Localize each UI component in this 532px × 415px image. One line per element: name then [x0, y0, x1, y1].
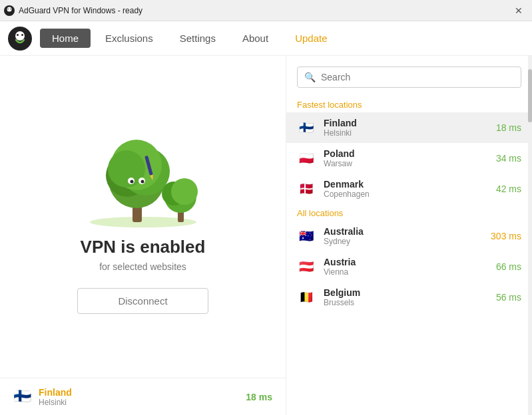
- title-bar-text: AdGuard VPN for Windows - ready: [19, 6, 142, 15]
- right-panel: 🔍 Fastest locations 🇫🇮 Finland Helsinki …: [286, 56, 532, 415]
- mascot-illustration: [70, 117, 216, 237]
- location-city: Vienna: [324, 267, 496, 277]
- svg-point-6: [17, 34, 19, 36]
- app-icon: [4, 5, 15, 16]
- svg-point-2: [7, 8, 9, 9]
- location-city: Sydney: [324, 237, 491, 246]
- search-input[interactable]: [321, 72, 514, 82]
- location-ping: 66 ms: [496, 261, 521, 272]
- location-list: Fastest locations 🇫🇮 Finland Helsinki 18…: [286, 96, 532, 415]
- svg-point-5: [15, 31, 25, 41]
- location-ping: 303 ms: [491, 231, 521, 241]
- navigation: Home Exclusions Settings About Update: [0, 21, 532, 56]
- location-ping: 42 ms: [496, 184, 521, 194]
- location-name: Denmark: [324, 179, 496, 190]
- list-item[interactable]: 🇵🇱 Poland Warsaw 34 ms: [286, 143, 532, 174]
- svg-point-17: [130, 180, 133, 184]
- scrollbar-thumb[interactable]: [528, 69, 532, 122]
- title-bar-left: AdGuard VPN for Windows - ready: [4, 5, 142, 16]
- location-name: Finland: [324, 118, 496, 128]
- search-icon: 🔍: [304, 72, 316, 82]
- list-item[interactable]: 🇫🇮 Finland Helsinki 18 ms: [286, 112, 532, 143]
- nav-about[interactable]: About: [230, 29, 280, 48]
- nav-exclusions[interactable]: Exclusions: [93, 29, 165, 48]
- flag-poland: 🇵🇱: [297, 149, 316, 168]
- list-item[interactable]: 🇦🇹 Austria Vienna 66 ms: [286, 251, 532, 282]
- flag-finland: 🇫🇮: [297, 118, 316, 137]
- flag-denmark: 🇩🇰: [297, 180, 316, 198]
- current-location-ping: 18 ms: [246, 392, 272, 402]
- location-city: Copenhagen: [324, 190, 496, 199]
- close-button[interactable]: ✕: [511, 3, 527, 19]
- all-locations-label: All locations: [286, 204, 532, 221]
- current-location-flag: 🇫🇮: [13, 388, 32, 406]
- location-info-austria: Austria Vienna: [324, 257, 496, 277]
- vpn-status-text: VPN is enabled: [81, 237, 206, 257]
- location-city: Brussels: [324, 298, 496, 307]
- nav-settings[interactable]: Settings: [168, 29, 228, 48]
- nav-home[interactable]: Home: [40, 29, 91, 48]
- location-info-australia: Australia Sydney: [324, 226, 491, 246]
- list-item[interactable]: 🇧🇪 Belgium Brussels 56 ms: [286, 282, 532, 313]
- flag-australia: 🇦🇺: [297, 227, 316, 245]
- title-bar: AdGuard VPN for Windows - ready ✕: [0, 0, 532, 21]
- location-name: Belgium: [324, 287, 496, 298]
- scrollbar-track[interactable]: [528, 56, 532, 415]
- app-logo: [8, 27, 32, 51]
- location-ping: 56 ms: [496, 292, 521, 303]
- location-ping: 18 ms: [496, 122, 521, 133]
- svg-point-24: [171, 178, 198, 205]
- vpn-subtext: for selected websites: [99, 261, 186, 272]
- svg-point-3: [10, 8, 11, 9]
- location-ping: 34 ms: [496, 153, 521, 164]
- main-content: VPN is enabled for selected websites Dis…: [0, 56, 532, 415]
- current-location-bar[interactable]: 🇫🇮 Finland Helsinki 18 ms: [0, 378, 286, 415]
- location-name: Poland: [324, 148, 496, 159]
- fastest-locations-label: Fastest locations: [286, 96, 532, 112]
- location-city: Helsinki: [324, 128, 496, 138]
- flag-austria: 🇦🇹: [297, 257, 316, 276]
- location-info-poland: Poland Warsaw: [324, 148, 496, 168]
- search-container[interactable]: 🔍: [297, 67, 521, 88]
- current-location-name: Finland: [39, 387, 246, 398]
- location-city: Warsaw: [324, 159, 496, 168]
- location-info-belgium: Belgium Brussels: [324, 287, 496, 307]
- disconnect-button[interactable]: Disconnect: [77, 288, 208, 314]
- left-panel: VPN is enabled for selected websites Dis…: [0, 56, 286, 415]
- svg-point-18: [140, 180, 144, 184]
- list-item[interactable]: 🇩🇰 Denmark Copenhagen 42 ms: [286, 174, 532, 204]
- current-location-info: Finland Helsinki: [39, 387, 246, 407]
- location-name: Austria: [324, 257, 496, 267]
- current-location-city: Helsinki: [39, 398, 246, 407]
- location-info-denmark: Denmark Copenhagen: [324, 179, 496, 199]
- location-name: Australia: [324, 226, 491, 237]
- svg-point-1: [7, 7, 12, 11]
- flag-belgium: 🇧🇪: [297, 288, 316, 307]
- svg-point-7: [21, 34, 23, 36]
- list-item[interactable]: 🇦🇺 Australia Sydney 303 ms: [286, 221, 532, 251]
- location-info-finland: Finland Helsinki: [324, 118, 496, 138]
- nav-update[interactable]: Update: [283, 29, 339, 48]
